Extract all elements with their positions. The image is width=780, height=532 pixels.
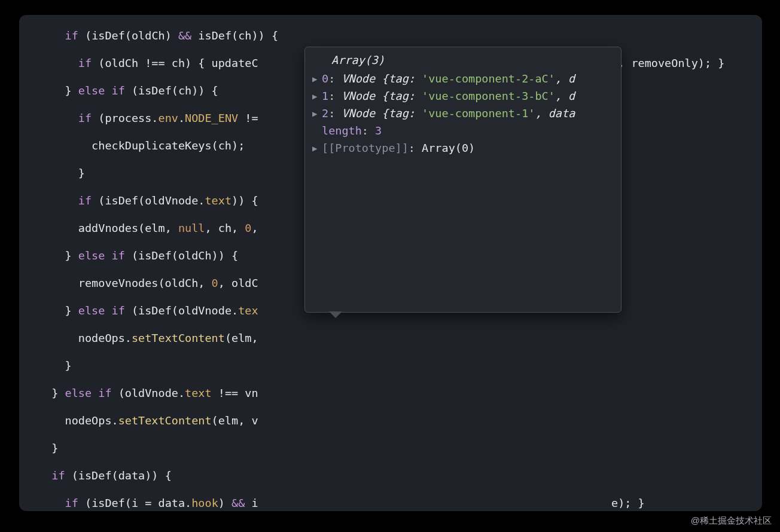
disclosure-icon[interactable]: ▶ bbox=[312, 142, 319, 155]
popup-entry[interactable]: ▶1: VNode {tag: 'vue-component-3-bC', d bbox=[305, 88, 621, 105]
watermark: @稀土掘金技术社区 bbox=[691, 513, 772, 527]
debug-hover-popup[interactable]: Array(3) ▶0: VNode {tag: 'vue-component-… bbox=[304, 47, 621, 313]
disclosure-icon[interactable]: ▶ bbox=[312, 107, 319, 121]
code-line[interactable]: } else if (oldVnode.text !== vn bbox=[19, 386, 762, 400]
popup-entry[interactable]: ▶2: VNode {tag: 'vue-component-1', data bbox=[305, 105, 621, 123]
code-line[interactable]: if (isDef(data)) { bbox=[19, 469, 762, 482]
code-line[interactable]: } bbox=[19, 359, 762, 372]
code-line[interactable]: } bbox=[19, 441, 762, 455]
disclosure-icon[interactable]: ▶ bbox=[312, 72, 319, 86]
popup-title: Array(3) bbox=[305, 52, 621, 71]
code-line[interactable]: nodeOps.setTextContent(elm, v bbox=[19, 414, 762, 427]
popup-length: ▶length: 3 bbox=[305, 123, 621, 140]
editor-frame: if (isDef(oldCh) && isDef(ch)) { if (old… bbox=[19, 15, 762, 511]
popup-prototype[interactable]: ▶[[Prototype]]: Array(0) bbox=[305, 140, 621, 157]
code-line[interactable]: if (isDef(oldCh) && isDef(ch)) { bbox=[19, 29, 762, 42]
code-line[interactable]: nodeOps.setTextContent(elm, bbox=[19, 331, 762, 345]
popup-entry[interactable]: ▶0: VNode {tag: 'vue-component-2-aC', d bbox=[305, 71, 621, 88]
disclosure-icon[interactable]: ▶ bbox=[312, 90, 319, 103]
code-line[interactable]: if (isDef(i = data.hook) && ie); } bbox=[19, 496, 762, 510]
